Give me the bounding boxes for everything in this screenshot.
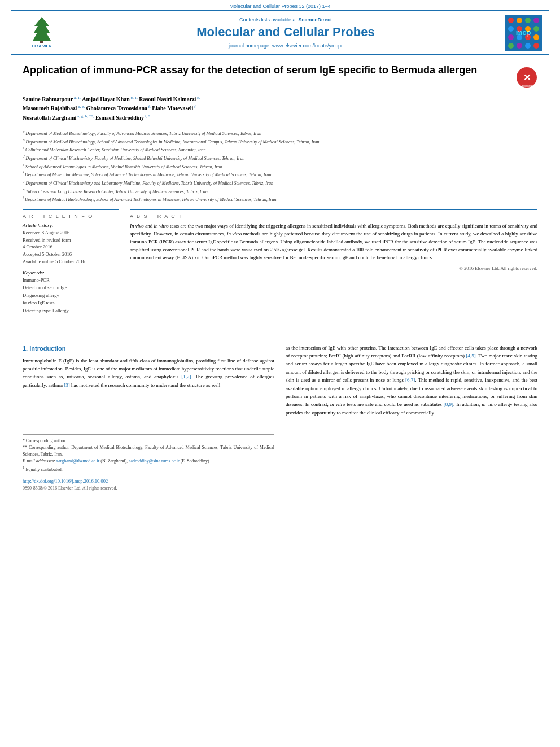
- authors-line-1: Samine Rahmatpour a, 1, Amjad Hayat Khan…: [23, 95, 537, 104]
- svg-point-18: [517, 43, 522, 49]
- journal-reference: Molecular and Cellular Probes 32 (2017) …: [0, 0, 560, 10]
- history-title: Article history:: [23, 222, 119, 228]
- affil-b: b Department of Medical Biotechnology, S…: [23, 137, 537, 146]
- author-zarghami: Nosratollah Zarghami: [23, 115, 76, 121]
- article-content: Application of immuno-PCR assay for the …: [0, 55, 560, 326]
- affil-i: i Department of Medical Biotechnology, S…: [23, 195, 537, 203]
- revised-date: 4 October 2016: [23, 243, 119, 251]
- footnote-corresponding2: ** Corresponding author. Department of M…: [23, 444, 274, 458]
- keyword-1: Immuno-PCR: [23, 277, 119, 285]
- sciencedirect-line: Contents lists available at ScienceDirec…: [239, 17, 332, 23]
- journal-ref-text: Molecular and Cellular Probes 32 (2017) …: [229, 3, 330, 9]
- author-nasiri: Rasoul Nasiri Kalmarzi: [139, 96, 196, 102]
- doi-copyright: http://dx.doi.org/10.1016/j.mcp.2016.10.…: [23, 478, 274, 492]
- article-info-label: A R T I C L E I N F O: [23, 213, 119, 219]
- footnote-corresponding1: * Corresponding author.: [23, 438, 274, 444]
- svg-rect-2: [40, 41, 43, 43]
- homepage-url[interactable]: www.elsevier.com/locate/ymcpr: [272, 43, 343, 49]
- author-sadroddiny: Esmaeil Sadroddiny: [95, 115, 144, 121]
- svg-text:mcp: mcp: [516, 28, 531, 37]
- mcp-logo-container: mcp: [498, 11, 549, 54]
- article-history: Article history: Received 8 August 2016 …: [23, 222, 119, 265]
- keyword-2: Detection of serum IgE: [23, 284, 119, 292]
- sciencedirect-link-text[interactable]: ScienceDirect: [299, 17, 333, 23]
- authors-line-2: Masoumeh Rajabibazl d, e, Gholamreza Tav…: [23, 104, 537, 113]
- info-abstract-columns: A R T I C L E I N F O Article history: R…: [23, 209, 537, 315]
- affil-a: a Department of Medical Biotechnology, F…: [23, 129, 537, 137]
- footnotes-col1: * Corresponding author. ** Corresponding…: [23, 434, 274, 473]
- page: Molecular and Cellular Probes 32 (2017) …: [0, 0, 560, 492]
- affil-e: e School of Advanced Technologies in Med…: [23, 162, 537, 171]
- svg-point-16: [533, 34, 539, 40]
- affiliations-section: a Department of Medical Biotechnology, F…: [23, 126, 537, 203]
- journal-title: Molecular and Cellular Probes: [196, 25, 374, 40]
- abstract-column: A B S T R A C T In vivo and in vitro tes…: [130, 209, 537, 315]
- svg-point-20: [533, 43, 539, 49]
- intro-text-col2: as the interaction of IgE with other pro…: [286, 344, 537, 417]
- abstract-copyright: © 2016 Elsevier Ltd. All rights reserved…: [130, 265, 537, 271]
- author-rajabibazl: Masoumeh Rajabibazl: [23, 106, 77, 112]
- doi-link[interactable]: http://dx.doi.org/10.1016/j.mcp.2016.10.…: [23, 478, 274, 485]
- homepage-label: journal homepage:: [229, 43, 271, 49]
- footer-copyright: 0890-8508/© 2016 Elsevier Ltd. All right…: [23, 485, 274, 492]
- article-title: Application of immuno-PCR assay for the …: [23, 64, 508, 77]
- affil-f: f Department of Molecular Medicine, Scho…: [23, 170, 537, 178]
- keywords-title: Keywords:: [23, 270, 119, 276]
- journal-header: ELSEVIER Contents lists available at Sci…: [11, 10, 549, 55]
- author-rahmatpour: Samine Rahmatpour: [23, 96, 73, 102]
- keyword-4: In vitro IgE tests: [23, 299, 119, 307]
- svg-point-9: [508, 26, 514, 32]
- author-hayat-khan: Amjad Hayat Khan: [82, 96, 129, 102]
- intro-text-col1: Immunoglobulin E (IgE) is the least abun…: [23, 357, 274, 390]
- journal-title-container: Contents lists available at ScienceDirec…: [73, 11, 498, 54]
- abstract-section: A B S T R A C T In vivo and in vitro tes…: [130, 209, 537, 271]
- svg-point-13: [508, 34, 514, 40]
- elsevier-logo-icon: ELSEVIER: [18, 16, 66, 50]
- affil-g: g Department of Clinical Biochemistry an…: [23, 178, 537, 187]
- affil-h: h Tuberculosis and Lung Disease Research…: [23, 187, 537, 195]
- article-info-column: A R T I C L E I N F O Article history: R…: [23, 209, 119, 315]
- svg-point-5: [508, 18, 514, 23]
- received-revised-label: Received in revised form: [23, 237, 119, 244]
- authors-line-3: Nosratollah Zarghami a, g, h, **, Esmaei…: [23, 113, 537, 123]
- svg-text:CrossMark: CrossMark: [520, 84, 534, 88]
- affil-d: d Department of Clinical Biochemistry, F…: [23, 154, 537, 162]
- author-tavoosidana: Gholamreza Tavoosidana: [86, 106, 147, 112]
- body-col-left: 1. Introduction Immunoglobulin E (IgE) i…: [23, 344, 274, 492]
- svg-point-12: [533, 26, 539, 32]
- authors-section: Samine Rahmatpour a, 1, Amjad Hayat Khan…: [23, 95, 537, 123]
- article-title-section: Application of immuno-PCR assay for the …: [23, 64, 537, 89]
- footnote-equal-contrib: 1 Equally contributed.: [23, 465, 274, 473]
- svg-point-17: [508, 43, 514, 49]
- crossmark-icon[interactable]: ✕ CrossMark: [516, 67, 537, 89]
- abstract-text: In vivo and in vitro tests are the two m…: [130, 222, 537, 262]
- keyword-3: Diagnosing allergy: [23, 292, 119, 300]
- sciencedirect-text: Contents lists available at: [239, 17, 297, 23]
- abstract-label: A B S T R A C T: [130, 213, 537, 219]
- svg-text:ELSEVIER: ELSEVIER: [32, 44, 52, 48]
- svg-point-7: [525, 18, 531, 23]
- svg-point-19: [525, 43, 531, 49]
- svg-point-6: [517, 18, 522, 23]
- keywords-section: Keywords: Immuno-PCR Detection of serum …: [23, 270, 119, 315]
- article-info-box: A R T I C L E I N F O Article history: R…: [23, 209, 119, 315]
- accepted-date: Accepted 5 October 2016: [23, 251, 119, 258]
- keyword-5: Detecting type 1 allergy: [23, 307, 119, 315]
- content-divider: [23, 335, 537, 335]
- journal-homepage: journal homepage: www.elsevier.com/locat…: [229, 43, 343, 49]
- available-date: Available online 5 October 2016: [23, 258, 119, 265]
- svg-point-8: [533, 18, 539, 23]
- body-col-right: as the interaction of IgE with other pro…: [286, 344, 537, 492]
- mcp-logo-icon: mcp: [505, 15, 542, 51]
- body-columns: 1. Introduction Immunoglobulin E (IgE) i…: [0, 344, 560, 492]
- received-date: Received 8 August 2016: [23, 229, 119, 237]
- affil-c: c Cellular and Molecular Research Center…: [23, 145, 537, 154]
- intro-heading: 1. Introduction: [23, 344, 274, 353]
- elsevier-logo-container: ELSEVIER: [11, 11, 73, 54]
- author-motevaseli: Elahe Motevaseli: [152, 106, 193, 112]
- footnote-emails: E-mail addresses: zarghami@tbzmed.ac.ir …: [23, 458, 274, 465]
- svg-text:✕: ✕: [523, 73, 531, 82]
